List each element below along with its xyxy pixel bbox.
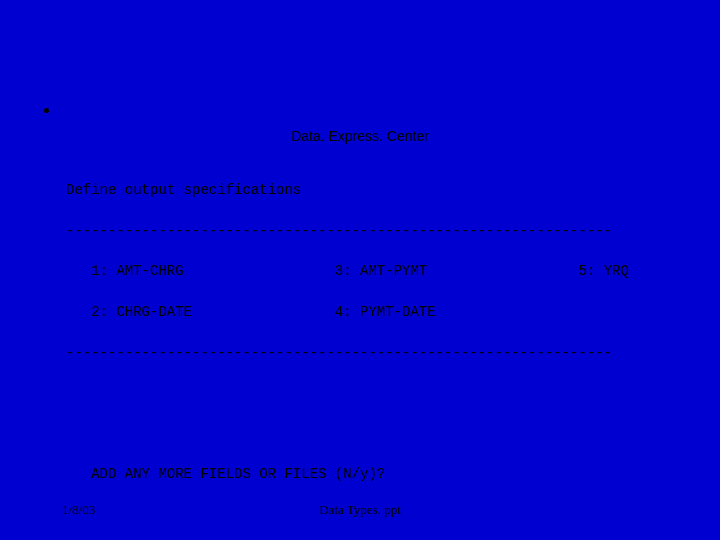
- prompt-add-fields[interactable]: ADD ANY MORE FIELDS OR FILES (N/y)?: [66, 464, 700, 484]
- blank-1: [66, 383, 700, 403]
- rule-bottom: ----------------------------------------…: [66, 343, 700, 363]
- fields-row-1: 1: AMT-CHRG 3: AMT-PYMT 5: YRQ: [66, 261, 700, 281]
- footer-filename: Data Types. ppt: [0, 502, 720, 518]
- bullet-icon: [44, 108, 49, 113]
- header-title: Data. Express. Center: [0, 128, 720, 144]
- fields-row-2: 2: CHRG-DATE 4: PYMT-DATE: [66, 302, 700, 322]
- terminal-screen: Define output specifications -----------…: [66, 160, 700, 540]
- rule-top: ----------------------------------------…: [66, 221, 700, 241]
- define-heading: Define output specifications: [66, 180, 700, 200]
- blank-2: [66, 424, 700, 444]
